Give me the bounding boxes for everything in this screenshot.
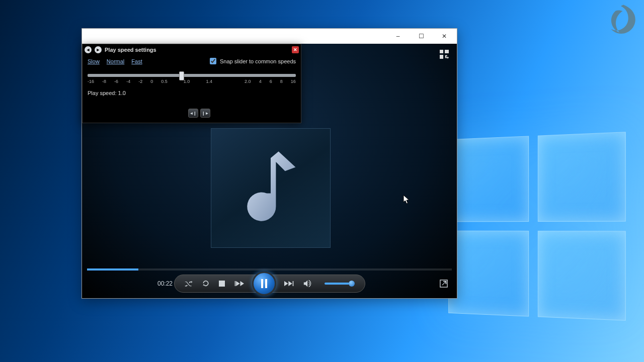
switch-to-library-icon[interactable] (440, 50, 449, 59)
volume-slider[interactable] (325, 283, 355, 285)
svg-rect-0 (219, 281, 225, 287)
speed-slow-link[interactable]: Slow (88, 58, 100, 64)
prev-enhancement-icon[interactable]: ◄ (85, 46, 92, 53)
popup-title: Play speed settings (105, 47, 156, 53)
next-track-button[interactable] (284, 280, 294, 287)
seek-bar-fill (87, 268, 138, 270)
mouse-cursor-icon (403, 195, 410, 205)
music-note-icon (238, 148, 303, 228)
play-pause-button[interactable] (252, 272, 276, 296)
next-frame-button[interactable]: ❙► (200, 109, 210, 118)
next-enhancement-icon[interactable]: ► (95, 46, 102, 53)
close-button[interactable]: ✕ (433, 29, 456, 44)
album-art-placeholder (211, 128, 331, 248)
speed-normal-link[interactable]: Normal (107, 58, 124, 64)
seek-bar[interactable] (87, 268, 452, 270)
mute-button[interactable] (303, 280, 312, 288)
speed-slider-ticks: -16-8-6-4-200.51.01.42.046816 (88, 79, 296, 84)
play-speed-settings-panel: ◄ ► Play speed settings ✕ Slow Normal Fa… (82, 44, 301, 123)
speed-fast-link[interactable]: Fast (131, 58, 142, 64)
media-player-window: – ☐ ✕ ◄ ► Play speed settings ✕ (82, 28, 457, 299)
snap-slider-checkbox[interactable]: Snap slider to common speeds (208, 56, 296, 66)
svg-rect-1 (261, 279, 263, 288)
speed-slider-thumb[interactable] (179, 71, 184, 80)
fullscreen-button[interactable] (440, 280, 448, 288)
svg-rect-2 (265, 279, 267, 288)
snap-slider-label: Snap slider to common speeds (220, 58, 296, 64)
speed-slider[interactable] (88, 74, 296, 77)
shuffle-button[interactable] (185, 280, 193, 287)
window-titlebar[interactable]: – ☐ ✕ (82, 29, 457, 44)
now-playing-area: ◄ ► Play speed settings ✕ Slow Normal Fa… (82, 44, 457, 298)
repeat-button[interactable] (202, 280, 210, 288)
previous-frame-button[interactable]: ◄❙ (188, 109, 198, 118)
playback-controls: 00:22 (82, 274, 457, 293)
volume-slider-thumb[interactable] (349, 281, 355, 287)
minimize-button[interactable]: – (386, 29, 410, 44)
maximize-button[interactable]: ☐ (410, 29, 433, 44)
stop-button[interactable] (219, 281, 225, 287)
current-speed-label: Play speed: 1.0 (83, 84, 301, 96)
popup-close-icon[interactable]: ✕ (292, 46, 299, 53)
previous-track-button[interactable] (234, 280, 244, 287)
desktop-background: – ☐ ✕ ◄ ► Play speed settings ✕ (0, 0, 644, 362)
elapsed-time: 00:22 (157, 280, 173, 287)
dragon-watermark-icon (606, 3, 641, 38)
windows-logo-wallpaper (448, 132, 626, 321)
